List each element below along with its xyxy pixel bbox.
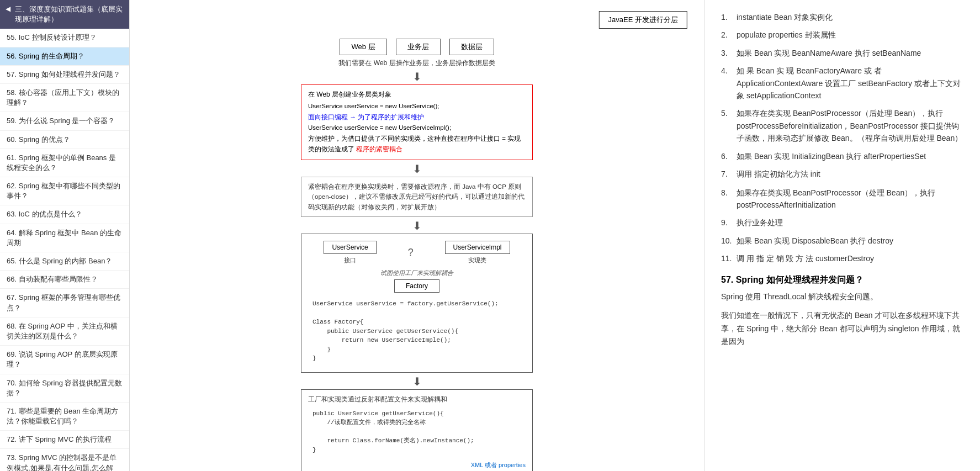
arrow3: ⬇ xyxy=(146,220,687,231)
sidebar-header-title: 三、深度度知识面试题集（底层实现原理详解） xyxy=(15,4,124,24)
userserviceimpl-box: UserServiceImpl xyxy=(445,241,510,254)
xml-link: XML 或者 properties xyxy=(471,462,526,468)
lifecycle-item-9: 9.执行业务处理 xyxy=(721,216,963,229)
config-header: 工厂和实现类通过反射和配置文件来实现解耦和 xyxy=(308,394,526,405)
arrow2: ⬇ xyxy=(146,163,687,174)
sidebar-item-67[interactable]: 67. Spring 框架的事务管理有哪些优点？ xyxy=(0,289,129,317)
lifecycle-text-7: 调用 指定初始化方法 init xyxy=(737,168,820,181)
sidebar-item-62[interactable]: 62. Spring 框架中有哪些不同类型的事件？ xyxy=(0,177,129,205)
impl-label: 实现类 xyxy=(468,256,486,264)
sidebar-item-57[interactable]: 57. Spring 如何处理线程并发问题？ xyxy=(0,66,129,84)
sidebar-item-63[interactable]: 63. IoC 的优点是什么？ xyxy=(0,205,129,224)
javaee-layers: Web 层 业务层 数据层 xyxy=(146,39,687,55)
lifecycle-text-1: instantiate Bean 对象实例化 xyxy=(737,11,833,23)
sidebar-item-55[interactable]: 55. IoC 控制反转设计原理？ xyxy=(0,29,129,47)
lifecycle-num-4: 4. xyxy=(721,65,732,102)
javaee-title-box: JavaEE 开发进行分层 xyxy=(599,11,687,29)
sidebar-header: ◀ 三、深度度知识面试题集（底层实现原理详解） xyxy=(0,0,129,29)
lifecycle-num-5: 5. xyxy=(721,107,732,144)
sidebar-item-71[interactable]: 71. 哪些是重要的 Bean 生命周期方法？你能重载它们吗？ xyxy=(0,403,129,431)
service-code: UserService userService = factory.getUse… xyxy=(308,297,526,366)
web-layer: Web 层 xyxy=(340,39,386,55)
lifecycle-item-1: 1.instantiate Bean 对象实例化 xyxy=(721,11,963,23)
red-box-title: 在 Web 层创建业务层类对象 xyxy=(308,89,526,100)
lifecycle-item-10: 10.如果 Bean 实现 DisposableBean 执行 destroy xyxy=(721,235,963,247)
factory-box: Factory xyxy=(394,279,439,293)
section57-title: 57. Spring 如何处理线程并发问题？ xyxy=(721,274,963,286)
right-panel: 1.instantiate Bean 对象实例化2.populate prope… xyxy=(704,0,980,471)
sidebar-item-65[interactable]: 65. 什么是 Spring 的内部 Bean？ xyxy=(0,252,129,271)
interface-label: 接口 xyxy=(344,256,356,264)
lifecycle-text-6: 如果 Bean 实现 InitializingBean 执行 afterProp… xyxy=(737,150,926,162)
lifecycle-num-10: 10. xyxy=(721,235,732,247)
para2: 我们知道在一般情况下，只有无状态的 Bean 才可以在多线程环境下共享，在 Sp… xyxy=(721,309,963,348)
sidebar-item-56[interactable]: 56. Spring 的生命周期？ xyxy=(0,47,129,66)
data-layer: 数据层 xyxy=(449,39,494,55)
lifecycle-num-3: 3. xyxy=(721,47,732,59)
service-row: UserService 接口 ? UserServiceImpl 实现类 xyxy=(308,241,526,264)
lifecycle-num-11: 11. xyxy=(721,252,732,266)
javaee-title: JavaEE 开发进行分层 xyxy=(608,15,678,24)
lifecycle-item-6: 6.如果 Bean 实现 InitializingBean 执行 afterPr… xyxy=(721,150,963,162)
config-code: public UserService getUserService(){ //读… xyxy=(308,407,526,457)
main-content: JavaEE 开发进行分层 Web 层 业务层 数据层 我们需要在 Web 层操… xyxy=(130,0,704,471)
sidebar-item-68[interactable]: 68. 在 Spring AOP 中，关注点和横切关注的区别是什么？ xyxy=(0,317,129,346)
gray-text-box: 紧密耦合在程序更换实现类时，需要修改源程序，而 Java 中有 OCP 原则（o… xyxy=(301,177,533,217)
arrow1: ⬇ xyxy=(146,71,687,82)
lifecycle-num-1: 1. xyxy=(721,11,732,23)
lifecycle-item-3: 3.如果 Bean 实现 BeanNameAware 执行 setBeanNam… xyxy=(721,47,963,59)
lifecycle-item-5: 5.如果存在类实现 BeanPostProcessor（后处理 Bean），执行… xyxy=(721,107,963,144)
lifecycle-item-8: 8.如果存在类实现 BeanPostProcessor（处理 Bean），执行 … xyxy=(721,187,963,211)
lifecycle-text-3: 如果 Bean 实现 BeanNameAware 执行 setBeanName xyxy=(737,47,921,59)
lifecycle-num-7: 7. xyxy=(721,168,732,181)
lifecycle-text-2: populate properties 封装属性 xyxy=(737,29,836,41)
collapse-icon[interactable]: ◀ xyxy=(6,4,10,14)
sidebar-item-66[interactable]: 66. 自动装配有哪些局限性？ xyxy=(0,271,129,289)
lifecycle-text-8: 如果存在类实现 BeanPostProcessor（处理 Bean），执行 po… xyxy=(737,187,963,211)
lifecycle-text-5: 如果存在类实现 BeanPostProcessor（后处理 Bean），执行 p… xyxy=(737,107,963,144)
lifecycle-item-11: 11.调 用 指 定 销 毁 方 法 customerDestroy xyxy=(721,252,963,266)
lifecycle-text-4: 如 果 Bean 实 现 BeanFactoryAware 或 者 Applic… xyxy=(737,65,963,102)
sidebar-item-58[interactable]: 58. 核心容器（应用上下文）模块的理解？ xyxy=(0,84,129,112)
lifecycle-text-10: 如果 Bean 实现 DisposableBean 执行 destroy xyxy=(737,235,893,247)
sidebar-item-73[interactable]: 73. Spring MVC 的控制器是不是单例模式,如果是,有什么问题,怎么解… xyxy=(0,449,129,471)
sidebar-item-69[interactable]: 69. 说说 Spring AOP 的底层实现原理？ xyxy=(0,346,129,374)
sidebar-items: 55. IoC 控制反转设计原理？56. Spring 的生命周期？57. Sp… xyxy=(0,29,129,471)
center-text: 我们需要在 Web 层操作业务层，业务层操作数据层类 xyxy=(146,59,687,68)
lifecycle-text-11: 调 用 指 定 销 毁 方 法 customerDestroy xyxy=(737,252,874,266)
lifecycle-item-2: 2.populate properties 封装属性 xyxy=(721,29,963,41)
para1: Spring 使用 ThreadLocal 解决线程安全问题。 xyxy=(721,290,963,304)
lifecycle-num-9: 9. xyxy=(721,216,732,229)
red-box: 在 Web 层创建业务层类对象 UserService userService … xyxy=(301,84,533,160)
question-mark: ? xyxy=(408,247,414,258)
sidebar-item-59[interactable]: 59. 为什么说 Spring 是一个容器？ xyxy=(0,112,129,130)
diagram-section: JavaEE 开发进行分层 Web 层 业务层 数据层 我们需要在 Web 层操… xyxy=(146,11,687,471)
sidebar-item-61[interactable]: 61. Spring 框架中的单例 Beans 是线程安全的么？ xyxy=(0,149,129,177)
sidebar-item-60[interactable]: 60. Spring 的优点？ xyxy=(0,131,129,149)
business-layer: 业务层 xyxy=(396,39,441,55)
userservice-box: UserService xyxy=(324,241,376,254)
lifecycle-num-2: 2. xyxy=(721,29,732,41)
config-box: 工厂和实现类通过反射和配置文件来实现解耦和 public UserService… xyxy=(301,389,533,471)
lifecycle-text-9: 执行业务处理 xyxy=(737,216,783,229)
lifecycle-list: 1.instantiate Bean 对象实例化2.populate prope… xyxy=(721,11,963,266)
arrow4: ⬇ xyxy=(146,376,687,387)
red-box-code: UserService userService = new UserServic… xyxy=(308,101,526,155)
sidebar-item-72[interactable]: 72. 讲下 Spring MVC 的执行流程 xyxy=(0,431,129,449)
lifecycle-num-6: 6. xyxy=(721,150,732,162)
lifecycle-item-7: 7.调用 指定初始化方法 init xyxy=(721,168,963,181)
service-diagram-box: UserService 接口 ? UserServiceImpl 实现类 试图使… xyxy=(301,234,533,373)
sidebar: ◀ 三、深度度知识面试题集（底层实现原理详解） 55. IoC 控制反转设计原理… xyxy=(0,0,130,471)
lifecycle-num-8: 8. xyxy=(721,187,732,211)
try-factory-text: 试图使用工厂来实现解耦合 xyxy=(308,269,526,277)
sidebar-item-70[interactable]: 70. 如何给 Spring 容器提供配置元数据？ xyxy=(0,374,129,403)
lifecycle-item-4: 4.如 果 Bean 实 现 BeanFactoryAware 或 者 Appl… xyxy=(721,65,963,102)
sidebar-item-64[interactable]: 64. 解释 Spring 框架中 Bean 的生命周期 xyxy=(0,224,129,252)
